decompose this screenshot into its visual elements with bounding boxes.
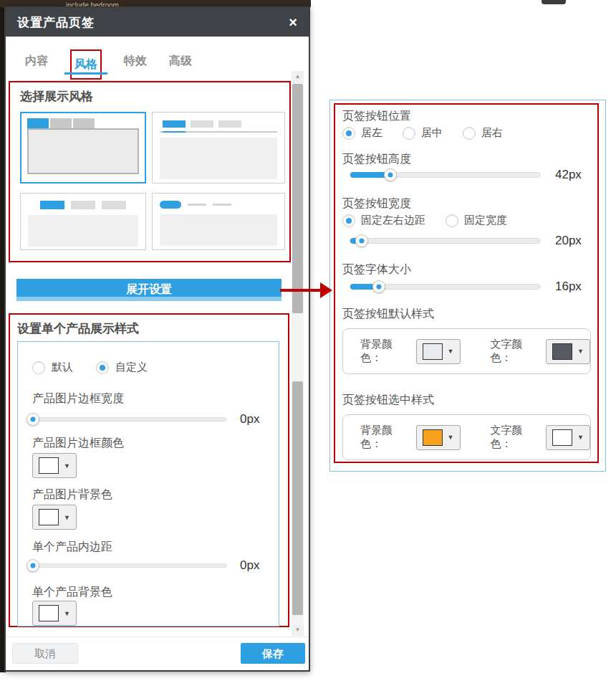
selected-text-color-picker[interactable]: ▼ (546, 425, 590, 450)
radio-align-right[interactable] (463, 127, 476, 140)
backdrop-page-fragment (542, 0, 566, 4)
tab-height-value: 42px (555, 168, 582, 182)
annotation-box-panel: 页签按钮位置 居左 居中 居右 页签按钮高度 42px 页签按钮宽度 固定左右边… (334, 103, 599, 463)
tab-width-slider-row: 20px (342, 234, 592, 248)
save-button[interactable]: 保存 (241, 643, 305, 664)
selected-style-box: 背景颜色： ▼ 文字颜色： ▼ (342, 414, 591, 460)
image-bg-color-picker[interactable]: ▼ (32, 505, 77, 530)
caret-down-icon: ▼ (64, 610, 70, 617)
slider-thumb[interactable] (372, 280, 385, 293)
tab-width-slider[interactable] (350, 238, 541, 244)
radio-fixed-width-label: 固定宽度 (464, 214, 507, 227)
tab-font-size-label: 页签字体大小 (342, 262, 411, 277)
slider-fill (350, 172, 390, 178)
image-bg-color-label: 产品图片背景色 (32, 487, 112, 502)
mode-radio-group: 默认 自定义 (32, 361, 148, 374)
slider-thumb[interactable] (27, 559, 39, 572)
border-color-picker[interactable]: ▼ (32, 453, 77, 478)
border-width-slider[interactable] (32, 417, 227, 421)
dialog-header: 设置产品页签 × (6, 8, 309, 37)
tab-button-settings-panel: 页签按钮位置 居左 居中 居右 页签按钮高度 42px 页签按钮宽度 固定左右边… (329, 100, 606, 472)
annotation-box-single-product: 设置单个产品展示样式 默认 自定义 产品图片边框宽度 0px 产品图片边框颜色 … (9, 313, 289, 627)
radio-custom[interactable] (96, 361, 109, 374)
style-card-2-rule (160, 131, 277, 133)
close-button[interactable]: × (289, 15, 297, 29)
radio-align-center[interactable] (403, 127, 415, 140)
style-card-2[interactable] (152, 112, 285, 184)
tab-font-size-slider[interactable] (350, 284, 541, 290)
annotation-box-active-tab: 风格 (70, 49, 102, 80)
border-color-label: 产品图片边框颜色 (32, 436, 124, 451)
caret-down-icon: ▼ (64, 514, 70, 521)
tab-font-size-slider-row: 16px (342, 280, 592, 294)
style-card-2-content (160, 138, 277, 179)
tab-effects[interactable]: 特效 (124, 54, 147, 80)
radio-default-label: 默认 (52, 361, 73, 374)
product-bg-color-picker[interactable]: ▼ (32, 601, 77, 626)
radio-align-left[interactable] (342, 127, 355, 140)
caret-down-icon: ▼ (577, 434, 584, 441)
radio-custom-label: 自定义 (115, 361, 148, 374)
radio-align-left-label: 居左 (361, 126, 382, 140)
scrollbar-thumb[interactable] (292, 84, 303, 313)
padding-value: 0px (240, 558, 259, 573)
scrollbar-thumb[interactable] (292, 381, 303, 615)
default-text-label: 文字颜色： (491, 338, 541, 365)
slider-thumb[interactable] (355, 234, 368, 247)
product-bg-color-label: 单个产品背景色 (32, 585, 112, 600)
padding-slider[interactable] (32, 563, 227, 568)
default-bg-label: 背景颜色： (360, 338, 410, 365)
style-card-4[interactable] (152, 193, 285, 250)
style-card-grid (20, 112, 285, 250)
color-swatch (39, 605, 59, 621)
dialog-title: 设置产品页签 (17, 14, 95, 31)
color-swatch (423, 429, 443, 446)
border-width-value: 0px (240, 412, 259, 426)
single-product-panel: 默认 自定义 产品图片边框宽度 0px 产品图片边框颜色 ▼ 产品图片背景色 ▼ (17, 341, 279, 626)
tab-height-slider[interactable] (350, 172, 541, 178)
color-swatch (552, 429, 572, 446)
style-card-1-tabs (21, 113, 145, 128)
annotation-arrow-head (320, 282, 332, 298)
radio-fixed-margin[interactable] (342, 214, 355, 227)
style-card-4-content (160, 214, 277, 246)
radio-default[interactable] (32, 361, 45, 374)
single-product-title: 设置单个产品展示样式 (17, 320, 288, 337)
default-bg-color-picker[interactable]: ▼ (416, 339, 461, 364)
style-card-3[interactable] (20, 193, 146, 250)
footer-divider (6, 637, 309, 637)
default-text-color-picker[interactable]: ▼ (546, 339, 590, 364)
color-swatch (39, 509, 59, 525)
selected-style-title: 页签按钮选中样式 (342, 393, 434, 408)
radio-align-center-label: 居中 (421, 126, 443, 140)
scrollbar-up-button[interactable]: ▲ (292, 71, 304, 82)
style-card-1-selected[interactable] (20, 112, 146, 184)
padding-label: 单个产品内边距 (32, 540, 112, 555)
tab-content[interactable]: 内容 (25, 54, 48, 80)
tab-style[interactable]: 风格 (74, 58, 97, 70)
color-swatch (39, 457, 59, 474)
dialog-scrollbar[interactable]: ▲ ▼ (292, 71, 304, 636)
border-width-slider-row: 0px (32, 412, 269, 426)
slider-thumb[interactable] (27, 413, 39, 426)
radio-fixed-margin-label: 固定左右边距 (361, 214, 425, 227)
tab-advanced[interactable]: 高级 (169, 54, 192, 80)
scrollbar-down-button[interactable]: ▼ (292, 624, 304, 636)
cancel-button[interactable]: 取消 (12, 643, 78, 664)
color-swatch (423, 343, 443, 360)
tab-height-slider-row: 42px (342, 168, 592, 182)
radio-fixed-width[interactable] (446, 214, 458, 227)
selected-bg-label: 背景颜色： (360, 424, 410, 451)
border-width-label: 产品图片边框宽度 (32, 391, 124, 406)
tab-width-label: 页签按钮宽度 (342, 196, 411, 211)
caret-down-icon: ▼ (577, 348, 584, 355)
style-card-4-tabs (153, 201, 284, 209)
close-icon: × (289, 14, 297, 30)
expand-settings-button[interactable]: 展开设置 (16, 279, 281, 301)
slider-fill (350, 238, 362, 244)
slider-thumb[interactable] (384, 168, 397, 181)
default-style-title: 页签按钮默认样式 (342, 307, 434, 322)
color-swatch (552, 343, 572, 360)
style-card-3-content (28, 215, 138, 247)
selected-bg-color-picker[interactable]: ▼ (416, 425, 461, 450)
